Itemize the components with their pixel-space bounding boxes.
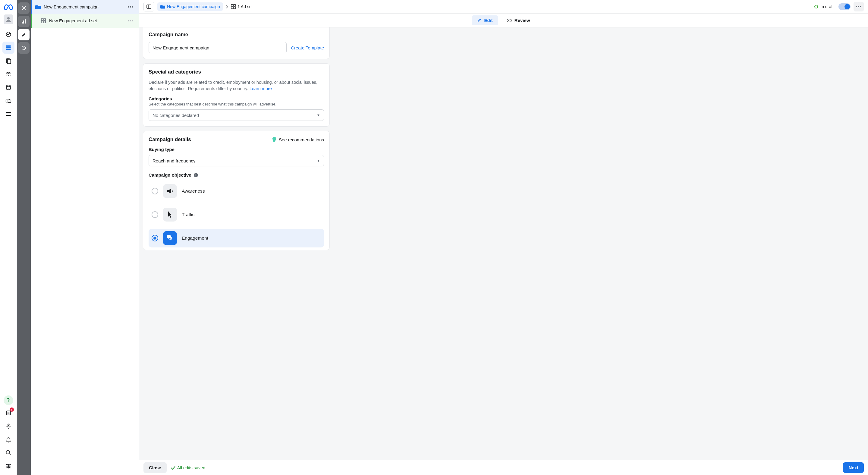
campaign-details-card: Campaign details See recommendations Buy… <box>143 131 330 250</box>
tab-edit[interactable]: Edit <box>472 15 498 25</box>
chevron-down-icon: ▼ <box>317 113 320 117</box>
campaign-objective-label: Campaign objective <box>149 172 191 178</box>
objective-traffic[interactable]: Traffic <box>149 205 324 224</box>
see-recommendations-label: See recommendations <box>279 137 324 142</box>
content-scroll-area: Campaign name Create Template Special ad… <box>139 27 868 460</box>
objective-engagement-label: Engagement <box>182 235 208 241</box>
tab-review[interactable]: Review <box>501 15 535 25</box>
meta-logo[interactable] <box>4 2 13 12</box>
radio-traffic[interactable] <box>152 211 158 218</box>
saved-label: All edits saved <box>177 465 206 470</box>
svg-point-0 <box>7 17 9 20</box>
categories-dropdown[interactable]: No categories declared ▼ <box>149 109 324 121</box>
nav-ads-reporting-icon[interactable] <box>2 55 14 67</box>
objective-awareness[interactable]: Awareness <box>149 182 324 200</box>
svg-rect-36 <box>231 4 233 6</box>
saved-indicator: All edits saved <box>171 465 206 470</box>
chevron-right-icon <box>225 5 228 8</box>
nav-audiences-icon[interactable] <box>2 68 14 80</box>
breadcrumb-campaign[interactable]: New Engagement campaign <box>157 2 223 11</box>
svg-rect-39 <box>234 7 236 9</box>
draft-status: In draft <box>814 4 834 9</box>
main-area: New Engagement campaign 1 Ad set In draf… <box>139 0 868 475</box>
svg-rect-33 <box>44 21 45 23</box>
special-categories-description: Declare if your ads are related to credi… <box>149 79 324 92</box>
adset-grid-icon <box>41 18 46 24</box>
notification-badge: 1 <box>10 408 14 412</box>
tree-campaign-more-icon[interactable]: ••• <box>126 3 135 11</box>
objective-awareness-label: Awareness <box>182 188 205 194</box>
nav-settings-icon[interactable] <box>2 420 14 432</box>
special-categories-heading: Special ad categories <box>149 69 324 75</box>
svg-point-9 <box>6 85 10 87</box>
close-panel-button[interactable] <box>18 2 30 14</box>
tree-item-adset[interactable]: New Engagement ad set ••• <box>31 14 139 28</box>
objective-traffic-label: Traffic <box>182 212 194 217</box>
profile-avatar[interactable] <box>4 14 13 24</box>
sidebar-toggle-button[interactable] <box>144 2 154 11</box>
nav-all-tools-icon[interactable] <box>2 108 14 120</box>
nav-advertising-settings-icon[interactable] <box>2 95 14 107</box>
buying-type-label: Buying type <box>149 147 324 152</box>
tree-item-campaign[interactable]: New Engagement campaign ••• <box>31 0 139 14</box>
svg-point-40 <box>509 20 510 21</box>
objective-list: Awareness Traffic Engage <box>149 182 324 248</box>
chat-bubbles-icon <box>163 231 177 245</box>
buying-type-dropdown[interactable]: Reach and frequency ▼ <box>149 155 324 166</box>
history-tool-icon[interactable] <box>18 42 30 54</box>
svg-point-7 <box>7 72 8 74</box>
tree-adset-more-icon[interactable]: ••• <box>126 17 135 25</box>
side-tool-column <box>17 0 31 475</box>
edit-tool-icon[interactable] <box>18 29 30 40</box>
svg-rect-34 <box>147 5 151 8</box>
svg-point-19 <box>6 451 10 454</box>
radio-engagement[interactable] <box>152 235 158 242</box>
svg-point-8 <box>8 72 10 74</box>
nav-overview-icon[interactable] <box>2 28 14 40</box>
special-categories-card: Special ad categories Declare if your ad… <box>143 63 330 127</box>
info-icon[interactable]: i <box>194 173 198 177</box>
svg-rect-30 <box>41 19 43 21</box>
nav-updates-icon[interactable]: 1 <box>2 407 14 419</box>
buying-type-value: Reach and frequency <box>153 158 195 163</box>
tab-edit-label: Edit <box>484 18 493 23</box>
see-recommendations-link[interactable]: See recommendations <box>272 137 324 142</box>
draft-status-dot-icon <box>814 5 818 8</box>
breadcrumb-adset[interactable]: 1 Ad set <box>231 4 253 9</box>
help-icon[interactable]: ? <box>4 395 13 405</box>
tab-review-label: Review <box>515 18 530 23</box>
breadcrumb-adset-label: 1 Ad set <box>238 4 253 9</box>
svg-line-20 <box>9 453 10 455</box>
svg-rect-32 <box>41 21 43 23</box>
campaign-name-heading: Campaign name <box>149 32 324 38</box>
nav-notifications-icon[interactable] <box>2 434 14 445</box>
radio-awareness[interactable] <box>152 188 158 194</box>
svg-rect-37 <box>234 4 236 6</box>
folder-icon <box>35 4 41 10</box>
nav-billing-icon[interactable] <box>2 82 14 93</box>
svg-point-18 <box>7 425 9 427</box>
nav-campaigns-icon[interactable] <box>2 41 14 54</box>
footer-bar: Close All edits saved Next <box>139 460 868 475</box>
svg-rect-26 <box>22 22 23 24</box>
campaign-name-input[interactable] <box>149 42 287 53</box>
global-nav-rail: ? 1 <box>0 0 17 475</box>
nav-search-icon[interactable] <box>2 447 14 459</box>
topbar-more-button[interactable]: ••• <box>854 2 864 11</box>
objective-engagement[interactable]: Engagement <box>149 229 324 248</box>
create-template-link[interactable]: Create Template <box>291 45 324 50</box>
top-bar: New Engagement campaign 1 Ad set In draf… <box>139 0 868 13</box>
svg-rect-31 <box>44 19 45 21</box>
megaphone-icon <box>163 184 177 198</box>
svg-rect-28 <box>25 19 26 24</box>
close-button[interactable]: Close <box>144 462 167 473</box>
preview-toggle-switch[interactable] <box>838 3 850 10</box>
next-button[interactable]: Next <box>843 462 864 473</box>
svg-rect-38 <box>231 7 233 9</box>
learn-more-link[interactable]: Learn more <box>250 86 272 91</box>
tree-campaign-label: New Engagement campaign <box>44 4 126 9</box>
nav-bug-icon[interactable] <box>2 460 14 472</box>
breadcrumb: New Engagement campaign 1 Ad set <box>157 2 253 11</box>
cursor-icon <box>163 208 177 222</box>
chart-tool-icon[interactable] <box>18 16 30 27</box>
